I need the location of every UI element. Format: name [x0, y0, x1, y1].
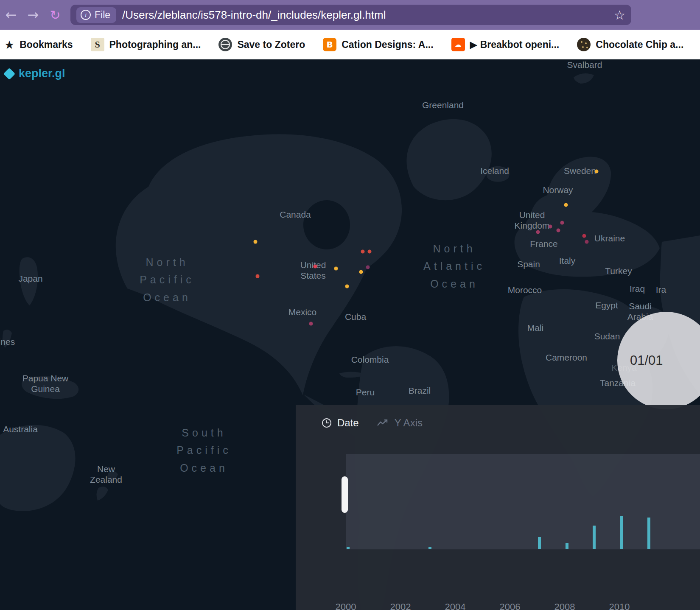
bookmarks-bar: ★ Bookmarks SPhotographing an...Save to … [0, 30, 700, 59]
map-canvas[interactable]: SvalbardGreenlandIcelandSwedenNorwayUnit… [0, 59, 700, 610]
bookmark-label: Cation Designs: A... [342, 39, 433, 50]
map-label: United Kingdom [515, 210, 550, 231]
bookmark-item-breakbot[interactable]: ☁▶ Breakbot openi... [451, 38, 560, 51]
map-label: Colombia [351, 355, 389, 365]
data-point [557, 229, 560, 232]
map-label: South Pacific Ocean [176, 424, 232, 477]
bookmark-item-save-to-zotero[interactable]: Save to Zotero [218, 38, 305, 51]
map-label: Egypt [595, 300, 618, 311]
map-label: Papua New Guinea [22, 373, 69, 395]
forward-button[interactable]: → [22, 7, 44, 23]
map-label: Mexico [288, 307, 317, 318]
blogger-icon: B [323, 38, 336, 51]
map-label: ines [0, 337, 15, 347]
bookmark-label: ▶ Breakbot openi... [470, 39, 560, 50]
map-label: Iraq [630, 284, 645, 294]
map-label: France [530, 239, 557, 249]
kepler-logo-text: kepler.gl [19, 67, 65, 80]
time-readout: 01/01 [630, 353, 663, 368]
address-bar[interactable]: i File /Users/zleblanc/is578-intro-dh/_i… [70, 5, 631, 25]
data-point [314, 265, 317, 269]
data-point [366, 266, 370, 269]
scheme-chip[interactable]: i File [76, 7, 116, 23]
map-label: Sweden [564, 166, 596, 176]
globe-icon [218, 38, 232, 51]
map-label: Svalbard [567, 60, 602, 70]
data-point [564, 203, 568, 207]
map-label: Canada [280, 210, 311, 220]
data-point [595, 170, 599, 173]
tab-y-axis[interactable]: Y Axis [377, 417, 423, 429]
data-point [345, 285, 349, 288]
data-point [359, 270, 363, 274]
map-label: Japan [18, 274, 42, 284]
bookmarks-menu-button[interactable]: ★ Bookmarks [4, 38, 73, 51]
axis-tick-label: 2010 [609, 602, 630, 610]
s-favicon: S [91, 38, 104, 51]
map-label: Ukraine [594, 233, 625, 244]
map-label: United States [300, 260, 326, 281]
brush-handle-left[interactable] [342, 476, 348, 513]
bookmark-label: Save to Zotero [237, 39, 305, 50]
data-point [368, 250, 372, 254]
map-label: Italy [559, 256, 576, 266]
map-label: North Atlantic Ocean [423, 240, 485, 293]
brush-selection[interactable] [346, 454, 700, 549]
filter-tabs: Date Y Axis [322, 417, 423, 429]
histogram-bar [428, 547, 431, 549]
map-label: Turkey [605, 266, 632, 277]
map-label: Sudan [594, 331, 620, 342]
map-label: Brazil [409, 386, 431, 396]
x-axis-ticks: 200020022004200620082010 [296, 602, 700, 610]
map-label: Ira [656, 285, 666, 295]
histogram-bar [347, 547, 350, 549]
data-point [256, 274, 260, 278]
bookmark-item-chocolate-chip[interactable]: Chocolate Chip a... [577, 38, 683, 51]
axis-tick-label: 2004 [445, 602, 466, 610]
map-label: Iceland [480, 166, 509, 176]
map-label: Norway [543, 185, 573, 196]
bookmark-label: Photographing an... [109, 39, 201, 50]
histogram-bar [647, 518, 650, 549]
map-label: Greenland [422, 100, 464, 111]
axis-tick-label: 2006 [500, 602, 521, 610]
map-label: Mali [527, 323, 544, 333]
histogram-bar [620, 516, 623, 549]
bookmark-item-cation-designs[interactable]: BCation Designs: A... [323, 38, 433, 51]
map-label: Cuba [345, 312, 366, 322]
data-point [585, 240, 589, 244]
map-label: Australia [3, 424, 38, 435]
axis-tick-label: 2002 [390, 602, 411, 610]
url-text[interactable]: /Users/zleblanc/is578-intro-dh/_includes… [122, 8, 608, 22]
histogram-bar [538, 537, 541, 549]
map-label: Cameroon [546, 353, 587, 363]
bookmark-item-photographing[interactable]: SPhotographing an... [91, 38, 201, 51]
back-button[interactable]: ← [0, 7, 22, 23]
data-point [361, 250, 365, 254]
map-label: Peru [356, 387, 375, 398]
star-icon: ★ [4, 38, 14, 51]
map-label: Spain [517, 259, 540, 270]
axis-tick-label: 2008 [554, 602, 575, 610]
time-filter-panel: Date Y Axis 200020022004200620082010 [296, 405, 700, 610]
data-point [334, 267, 338, 271]
data-point [254, 240, 258, 244]
kepler-diamond-icon [3, 67, 15, 79]
bookmark-star-icon[interactable]: ☆ [614, 8, 625, 22]
cookie-icon [577, 38, 591, 51]
soundcloud-icon: ☁ [451, 38, 465, 51]
scheme-label: File [95, 9, 110, 21]
browser-toolbar: ← → ↻ i File /Users/zleblanc/is578-intro… [0, 0, 700, 30]
reload-button[interactable]: ↻ [44, 8, 66, 22]
clock-icon [322, 418, 331, 428]
data-point [536, 230, 540, 234]
data-point [560, 221, 564, 225]
histogram[interactable] [346, 454, 700, 549]
histogram-bar [566, 543, 568, 549]
axis-tick-label: 2000 [336, 602, 356, 610]
data-point [582, 234, 586, 238]
tab-date[interactable]: Date [322, 417, 359, 429]
histogram-bar [593, 526, 596, 549]
tab-y-axis-label: Y Axis [395, 417, 423, 429]
tab-date-label: Date [337, 417, 359, 429]
